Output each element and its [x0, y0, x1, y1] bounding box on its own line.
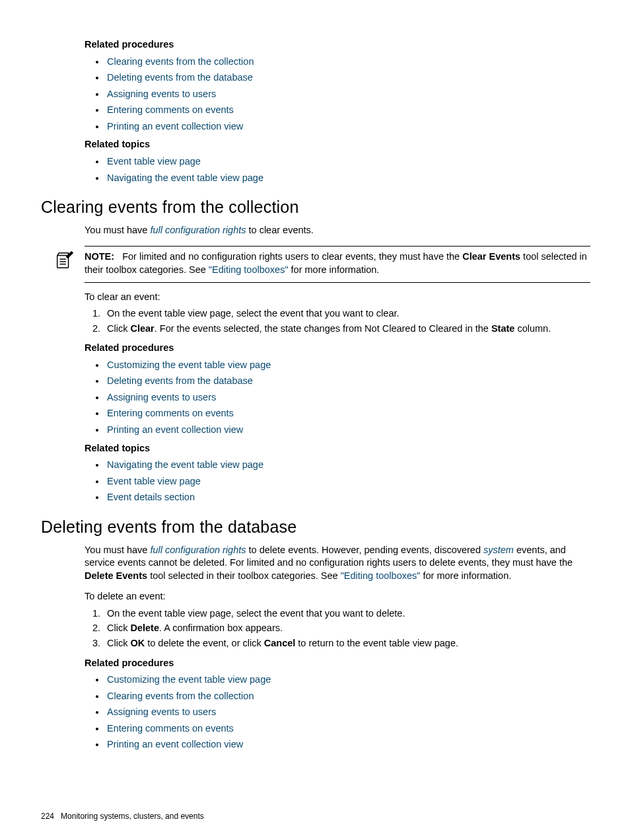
ui-label: OK [130, 638, 145, 648]
ui-label: Delete [130, 623, 159, 633]
list-item: Assigning events to users [106, 706, 590, 719]
steps-list: On the event table view page, select the… [95, 607, 590, 650]
text: . A confirmation box appears. [159, 623, 283, 633]
lead-text: To delete an event: [85, 590, 590, 603]
glossary-link[interactable]: system [483, 545, 514, 555]
text: Click [107, 623, 130, 633]
list-item: Customizing the event table view page [106, 673, 590, 687]
link[interactable]: Printing an event collection view [107, 121, 243, 132]
text: You must have [85, 545, 150, 555]
list-item: Clearing events from the collection [106, 690, 590, 703]
list-item: Deleting events from the database [106, 375, 590, 388]
tool-name: Clear Events [462, 251, 520, 262]
link[interactable]: Event table view page [107, 156, 201, 167]
related-topics-list: Navigating the event table view page Eve… [106, 459, 590, 504]
list-item: Navigating the event table view page [106, 172, 590, 185]
link[interactable]: Assigning events to users [107, 392, 216, 402]
text: to delete the event, or click [145, 638, 264, 648]
text: column. [514, 323, 551, 334]
note-text: NOTE: For limited and no configuration r… [85, 250, 590, 276]
lead-text: To clear an event: [85, 291, 590, 304]
link[interactable]: Printing an event collection view [107, 739, 243, 749]
tool-name: Delete Events [85, 570, 147, 581]
related-procedures-heading: Related procedures [85, 38, 590, 52]
link[interactable]: Clearing events from the collection [107, 56, 254, 67]
ui-label: Clear [130, 323, 154, 334]
link[interactable]: Navigating the event table view page [107, 172, 263, 183]
link[interactable]: Clearing events from the collection [107, 691, 254, 701]
list-item: Printing an event collection view [106, 738, 590, 751]
glossary-link[interactable]: full configuration rights [150, 545, 246, 555]
intro-paragraph: You must have full configuration rights … [85, 224, 590, 237]
page-number: 224 [41, 812, 54, 821]
link[interactable]: Deleting events from the database [107, 375, 253, 386]
text: For limited and no configuration rights … [122, 251, 462, 262]
link[interactable]: Customizing the event table view page [107, 674, 271, 685]
text: for more information. [420, 570, 511, 581]
glossary-link[interactable]: full configuration rights [150, 225, 246, 235]
note-label: NOTE: [85, 251, 114, 262]
related-procedures-heading: Related procedures [85, 342, 590, 355]
step-item: Click Clear. For the events selected, th… [103, 323, 590, 336]
ui-label: State [491, 323, 514, 334]
step-item: Click Delete. A confirmation box appears… [103, 622, 590, 635]
intro-paragraph: You must have full configuration rights … [85, 544, 590, 583]
related-procedures-list: Clearing events from the collection Dele… [106, 56, 590, 134]
link[interactable]: Event details section [107, 492, 195, 502]
text: You must have [85, 225, 150, 235]
list-item: Clearing events from the collection [106, 56, 590, 69]
link[interactable]: Assigning events to users [107, 89, 216, 99]
page-footer: 224Monitoring systems, clusters, and eve… [41, 811, 590, 821]
step-item: On the event table view page, select the… [103, 607, 590, 621]
related-topics-list: Event table view page Navigating the eve… [106, 155, 590, 184]
link[interactable]: Entering comments on events [107, 408, 234, 418]
link[interactable]: Printing an event collection view [107, 424, 243, 435]
related-topics-heading: Related topics [85, 442, 590, 455]
related-procedures-list: Customizing the event table view page De… [106, 359, 590, 437]
text: to delete events. However, pending event… [246, 545, 484, 555]
related-topics-heading: Related topics [85, 138, 590, 151]
text: Click [107, 638, 130, 648]
chapter-title: Monitoring systems, clusters, and events [61, 812, 204, 821]
text: to clear events. [246, 225, 314, 235]
list-item: Printing an event collection view [106, 424, 590, 437]
link[interactable]: Assigning events to users [107, 706, 216, 717]
list-item: Entering comments on events [106, 722, 590, 736]
text: to return to the event table view page. [295, 638, 458, 648]
list-item: Printing an event collection view [106, 120, 590, 134]
list-item: Entering comments on events [106, 104, 590, 117]
list-item: Event table view page [106, 155, 590, 169]
list-item: Entering comments on events [106, 407, 590, 420]
note-block: NOTE: For limited and no configuration r… [85, 246, 590, 282]
link[interactable]: Entering comments on events [107, 104, 234, 115]
link[interactable]: Navigating the event table view page [107, 459, 263, 470]
list-item: Customizing the event table view page [106, 359, 590, 372]
link[interactable]: Customizing the event table view page [107, 360, 271, 370]
note-icon [54, 250, 74, 270]
text: Click [107, 323, 130, 334]
section-heading-clearing: Clearing events from the collection [41, 196, 590, 219]
text: tool selected in their toolbox categorie… [147, 570, 341, 581]
list-item: Event table view page [106, 475, 590, 488]
text: . For the events selected, the state cha… [155, 323, 491, 334]
related-procedures-list: Customizing the event table view page Cl… [106, 673, 590, 751]
text: for more information. [289, 264, 380, 275]
link[interactable]: "Editing toolboxes" [341, 570, 421, 581]
step-item: On the event table view page, select the… [103, 307, 590, 321]
list-item: Navigating the event table view page [106, 459, 590, 472]
section-heading-deleting: Deleting events from the database [41, 516, 590, 539]
link[interactable]: Event table view page [107, 476, 201, 486]
list-item: Deleting events from the database [106, 71, 590, 85]
link[interactable]: "Editing toolboxes" [209, 264, 289, 275]
ui-label: Cancel [264, 638, 296, 648]
list-item: Assigning events to users [106, 391, 590, 404]
step-item: Click OK to delete the event, or click C… [103, 637, 590, 650]
related-procedures-heading: Related procedures [85, 657, 590, 670]
link[interactable]: Entering comments on events [107, 723, 234, 734]
link[interactable]: Deleting events from the database [107, 72, 253, 83]
list-item: Event details section [106, 491, 590, 504]
steps-list: On the event table view page, select the… [95, 307, 590, 335]
list-item: Assigning events to users [106, 88, 590, 101]
